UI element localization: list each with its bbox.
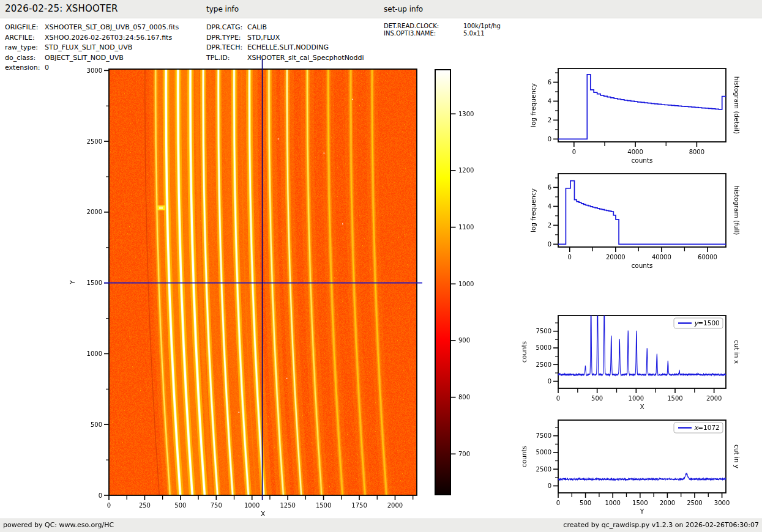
- setup-label-read-clock: DET.READ.CLOCK:: [384, 23, 439, 29]
- page-title: 2026-02-25: XSHOOTER: [5, 3, 118, 14]
- svg-text:1750: 1750: [351, 502, 367, 509]
- type-label-dpr-type: DPR.TYPE:: [206, 34, 241, 42]
- svg-text:60000: 60000: [698, 254, 717, 260]
- footer-powered-by: powered by QC: www.eso.org/HC: [3, 521, 114, 529]
- type-value-dpr-type: STD,FLUX: [247, 34, 280, 42]
- svg-text:500: 500: [174, 502, 186, 509]
- svg-text:1500: 1500: [632, 500, 648, 506]
- svg-text:1000: 1000: [87, 350, 102, 357]
- svg-text:0: 0: [572, 149, 576, 155]
- svg-text:2: 2: [548, 222, 551, 229]
- svg-text:8000: 8000: [689, 149, 704, 155]
- cut-in-x-legend: y=1500: [674, 318, 723, 328]
- svg-text:1100: 1100: [458, 224, 474, 231]
- setup-value-opti3-name: 5.0x11: [463, 30, 485, 37]
- colorbar: [435, 69, 451, 495]
- svg-text:1000: 1000: [629, 395, 644, 402]
- svg-text:900: 900: [458, 337, 470, 344]
- svg-text:2000: 2000: [387, 502, 403, 509]
- svg-text:700: 700: [458, 451, 470, 457]
- svg-text:2: 2: [548, 117, 551, 124]
- svg-text:4000: 4000: [627, 149, 643, 155]
- svg-text:500: 500: [591, 395, 603, 402]
- cut-in-x-plot: 05001000150020000250050007500Xcountscut …: [520, 295, 741, 410]
- footer-created-by: created by qc_rawdisp.py v1.2.3 on 2026-…: [563, 521, 759, 529]
- svg-text:1200: 1200: [458, 167, 474, 174]
- svg-text:0: 0: [568, 254, 572, 260]
- echelle-image-panel: [109, 69, 417, 495]
- type-value-tpl-id: XSHOOTER_slt_cal_SpecphotNoddi: [247, 54, 364, 62]
- cut-in-y-legend: x=1072: [674, 423, 723, 433]
- type-value-dpr-catg: CALIB: [247, 23, 267, 31]
- setup-value-read-clock: 100k/1pt/hg: [463, 23, 501, 29]
- meta-value-origfile: XSHOOTER_SLT_OBJ_UVB_057_0005.fits: [45, 23, 179, 31]
- svg-text:500: 500: [580, 500, 591, 506]
- meta-value-do-class: OBJECT_SLIT_NOD_UVB: [45, 54, 124, 62]
- svg-text:2000: 2000: [706, 395, 722, 402]
- svg-text:0: 0: [548, 136, 551, 142]
- svg-text:log frequency: log frequency: [529, 83, 537, 127]
- svg-text:1500: 1500: [316, 502, 331, 509]
- colorbar-ticks: 7008009001000110012001300: [451, 111, 474, 457]
- type-label-dpr-tech: DPR.TECH:: [206, 43, 242, 51]
- svg-text:0: 0: [99, 492, 102, 499]
- svg-text:750: 750: [211, 502, 222, 509]
- svg-text:20000: 20000: [606, 254, 626, 260]
- svg-text:1250: 1250: [280, 502, 295, 509]
- svg-text:5000: 5000: [536, 344, 551, 351]
- meta-label-extension: extension:: [5, 64, 40, 72]
- meta-label-arcfile: ARCFILE:: [5, 34, 35, 42]
- svg-text:7500: 7500: [536, 328, 551, 334]
- svg-text:1000: 1000: [605, 500, 620, 506]
- svg-text:cut in x: cut in x: [733, 340, 741, 364]
- type-label-dpr-catg: DPR.CATG:: [206, 23, 242, 31]
- svg-text:5000: 5000: [536, 449, 551, 456]
- svg-text:40000: 40000: [652, 254, 671, 260]
- svg-text:3000: 3000: [87, 67, 102, 74]
- svg-text:counts: counts: [631, 262, 652, 269]
- svg-text:0: 0: [548, 482, 551, 489]
- svg-text:1000: 1000: [244, 502, 260, 509]
- svg-text:counts: counts: [520, 341, 528, 363]
- header-bar: 2026-02-25: XSHOOTER type info set-up in…: [0, 0, 762, 18]
- svg-text:1500: 1500: [87, 279, 102, 286]
- svg-text:500: 500: [91, 421, 102, 428]
- type-info-header: type info: [206, 5, 239, 13]
- svg-text:7500: 7500: [536, 432, 551, 439]
- setup-info-header: set-up info: [384, 5, 423, 13]
- svg-text:1300: 1300: [458, 111, 474, 117]
- svg-text:X: X: [261, 510, 265, 517]
- svg-text:4: 4: [548, 203, 551, 210]
- svg-text:0: 0: [548, 378, 551, 385]
- svg-text:0: 0: [107, 502, 111, 509]
- svg-text:0: 0: [548, 241, 551, 248]
- svg-text:6: 6: [548, 184, 551, 191]
- svg-text:6: 6: [548, 79, 551, 86]
- svg-text:2000: 2000: [87, 209, 102, 215]
- svg-text:X: X: [640, 403, 644, 410]
- svg-text:250: 250: [139, 502, 151, 509]
- svg-text:Y: Y: [640, 508, 644, 515]
- cut-in-y-plot: 0500100015002000250030000250050007500Yco…: [520, 420, 741, 515]
- svg-text:2500: 2500: [87, 138, 102, 145]
- svg-text:0: 0: [556, 395, 560, 402]
- setup-label-opti3-name: INS.OPTI3.NAME:: [384, 30, 436, 37]
- meta-label-do-class: do_class:: [5, 54, 35, 62]
- svg-text:3000: 3000: [714, 500, 730, 506]
- echelle-image-canvas: [109, 69, 417, 495]
- meta-value-arcfile: XSHOO.2026-02-26T03:24:56.167.fits: [45, 34, 172, 42]
- svg-text:counts: counts: [520, 446, 528, 467]
- svg-text:1000: 1000: [458, 281, 474, 287]
- svg-text:2500: 2500: [536, 361, 551, 368]
- histogram-detail-plot: 0400080000246countslog frequencyhistogra…: [529, 68, 741, 164]
- svg-text:cut in y: cut in y: [733, 445, 741, 468]
- meta-label-origfile: ORIGFILE:: [5, 23, 38, 31]
- svg-text:counts: counts: [631, 157, 652, 164]
- svg-text:histogram (full): histogram (full): [733, 186, 741, 235]
- svg-text:0: 0: [556, 500, 560, 506]
- histogram-full-plot: 02000040000600000246countslog frequencyh…: [529, 174, 741, 269]
- meta-value-extension: 0: [45, 64, 49, 72]
- svg-text:4: 4: [548, 98, 551, 105]
- svg-text:Y: Y: [69, 280, 76, 285]
- svg-text:1500: 1500: [667, 395, 682, 402]
